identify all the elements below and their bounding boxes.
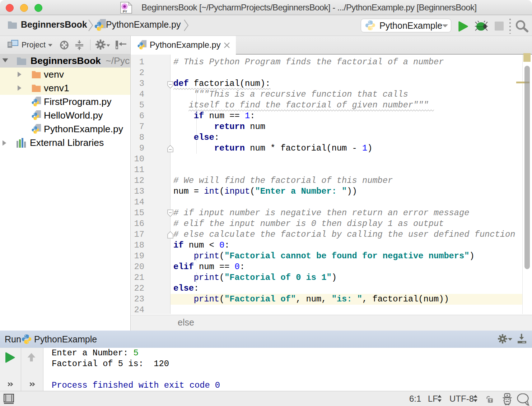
svg-text:PY: PY: [123, 10, 127, 13]
svg-text:T: T: [489, 399, 491, 403]
